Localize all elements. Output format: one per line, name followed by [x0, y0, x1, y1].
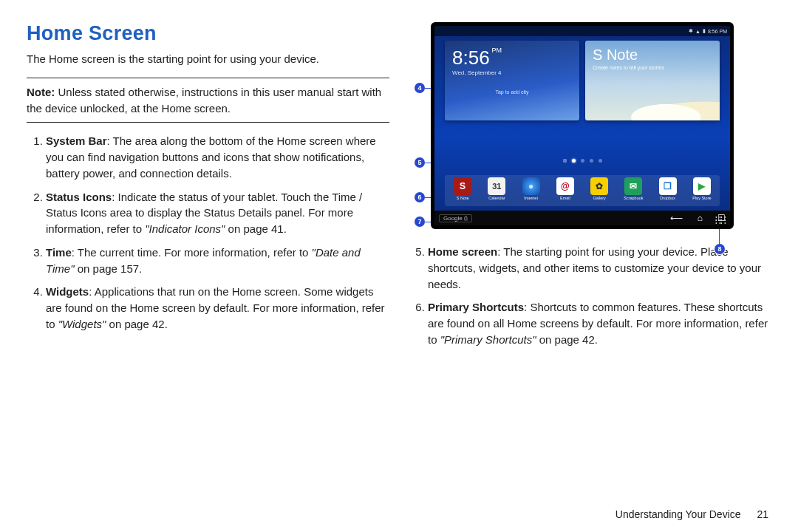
snote-subtitle: Create notes to tell your stories — [585, 64, 720, 72]
dock-item-calendar: 31Calendar — [481, 177, 512, 200]
snote-artwork — [585, 87, 720, 120]
left-column: Home Screen The Home screen is the start… — [27, 22, 389, 355]
page-footer: Understanding Your Device 21 — [615, 508, 768, 520]
clock-time: 8:56 — [452, 47, 490, 69]
dock-label: Play Store — [686, 196, 717, 200]
google-search-box: Google ⎙ — [439, 214, 472, 222]
page-dot — [581, 159, 584, 163]
item-tail: on page 157. — [75, 262, 143, 275]
term: Primary Shortcuts — [428, 301, 524, 313]
snote-widget: S Note Create notes to tell your stories — [585, 41, 720, 120]
tablet-screen: ✱ ▲ ▮ 8:56 PM 8:56PM Wed, September 4 Ta… — [434, 26, 730, 225]
callout-4: 4 — [415, 83, 425, 93]
dock-item-internet: ●Internet — [516, 177, 547, 200]
cross-ref: "Widgets" — [58, 318, 106, 330]
callout-8: 8 — [715, 244, 725, 254]
play-store-icon: ▶ — [693, 177, 711, 195]
term: Home screen — [428, 245, 497, 258]
list-item: Time: The current time. For more informa… — [46, 245, 389, 277]
item-text: : The current time. For more information… — [72, 246, 312, 259]
manual-page: Home Screen The Home screen is the start… — [0, 0, 798, 532]
widget-row: 8:56PM Wed, September 4 Tap to add city … — [445, 41, 720, 120]
dock-item-playstore: ▶Play Store — [686, 177, 717, 200]
google-label: Google — [443, 215, 463, 222]
list-item: Primary Shortcuts: Shortcuts to common f… — [428, 299, 771, 347]
dock-label: Gallery — [584, 196, 615, 200]
clock-tap-hint: Tap to add city — [445, 89, 579, 95]
page-dot — [572, 159, 576, 163]
clock-date: Wed, September 4 — [445, 69, 579, 76]
list-item: System Bar: The area along the bottom of… — [46, 133, 389, 181]
dock-label: Email — [550, 196, 581, 200]
footer-section: Understanding Your Device — [615, 508, 741, 520]
snote-title: S Note — [585, 41, 720, 64]
term: System Bar — [46, 134, 107, 147]
dock-label: Internet — [516, 196, 547, 200]
primary-shortcuts-dock: SS Note 31Calendar ●Internet @Email ✿Gal… — [445, 175, 720, 206]
item-tail: on page 42. — [536, 333, 598, 346]
callout-6: 6 — [415, 192, 425, 202]
tablet-frame: ✱ ▲ ▮ 8:56 PM 8:56PM Wed, September 4 Ta… — [431, 22, 734, 229]
right-column: 1 2 3 4 5 6 7 8 — [409, 22, 771, 355]
bluetooth-icon: ✱ — [689, 28, 693, 34]
scrapbook-icon: ✉ — [624, 177, 642, 195]
wifi-icon: ▲ — [695, 29, 700, 34]
note-label: Note: — [27, 86, 55, 98]
calendar-icon: 31 — [488, 177, 505, 195]
gallery-icon: ✿ — [590, 177, 608, 195]
dock-item-gallery: ✿Gallery — [584, 177, 615, 200]
page-dot — [598, 159, 602, 163]
status-bar: ✱ ▲ ▮ 8:56 PM — [434, 26, 730, 36]
callout-7: 7 — [415, 216, 425, 227]
section-heading: Home Screen — [27, 22, 389, 45]
term: Status Icons — [46, 191, 112, 203]
list-item: Widgets: Applications that run on the Ho… — [46, 284, 389, 332]
callout-lead — [719, 228, 720, 244]
battery-icon: ▮ — [703, 28, 706, 34]
home-icon: ⌂ — [698, 213, 703, 223]
item-tail: on page 41. — [225, 222, 286, 235]
term: Time — [46, 246, 72, 259]
definition-list-left: System Bar: The area along the bottom of… — [27, 133, 389, 332]
dock-label: Calendar — [481, 196, 512, 200]
cross-ref: "Indicator Icons" — [145, 222, 225, 235]
snote-icon: S — [454, 177, 471, 195]
page-dot-home-icon — [563, 159, 567, 163]
note-text: Unless stated otherwise, instructions in… — [27, 86, 381, 115]
item-tail: on page 42. — [106, 318, 167, 330]
dock-label: Scrapbook — [618, 196, 649, 200]
cross-ref: "Primary Shortcuts" — [440, 333, 536, 346]
dock-item-snote: SS Note — [447, 177, 478, 200]
dock-item-scrapbook: ✉Scrapbook — [618, 177, 649, 200]
term: Widgets — [46, 285, 89, 298]
back-icon: ⟵ — [670, 213, 683, 223]
dock-item-dropbox: ❐Dropbox — [652, 177, 683, 200]
email-icon: @ — [556, 177, 574, 195]
callout-5: 5 — [415, 157, 425, 168]
mic-icon: ⎙ — [464, 215, 468, 222]
page-indicator — [434, 159, 730, 163]
dropbox-icon: ❐ — [659, 177, 677, 195]
footer-page-number: 21 — [757, 508, 768, 520]
globe-icon: ● — [522, 177, 540, 195]
intro-text: The Home screen is the starting point fo… — [27, 51, 389, 67]
figure-wrapper: 1 2 3 4 5 6 7 8 — [409, 22, 771, 229]
clock-widget: 8:56PM Wed, September 4 Tap to add city — [445, 41, 579, 120]
dock-item-email: @Email — [550, 177, 581, 200]
dock-label: Dropbox — [652, 196, 683, 200]
definition-list-right: Home screen: The starting point for usin… — [409, 244, 771, 348]
clock-ampm: PM — [492, 47, 502, 54]
dock-label: S Note — [447, 196, 478, 200]
apps-grid-icon: ∷∷∷∷ — [715, 217, 726, 223]
system-bar: Google ⎙ ⟵ ⌂ ☐ ∷∷∷∷ — [434, 211, 730, 225]
status-time: 8:56 PM — [708, 29, 727, 34]
list-item: Status Icons: Indicate the status of you… — [46, 189, 389, 237]
page-dot — [590, 159, 593, 163]
note-block: Note: Unless stated otherwise, instructi… — [27, 78, 389, 123]
